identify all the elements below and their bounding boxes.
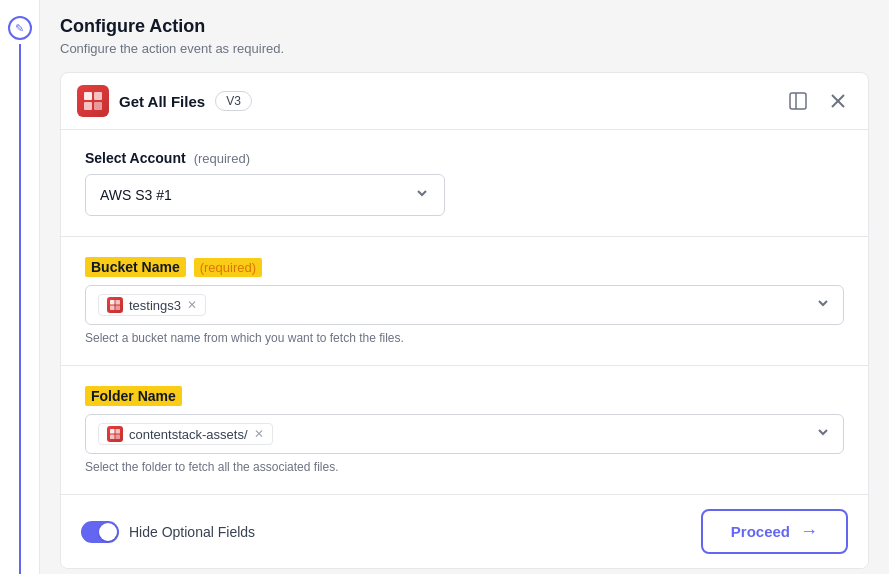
folder-tag: contentstack-assets/ ✕ bbox=[98, 423, 273, 445]
bucket-field-hint: Select a bucket name from which you want… bbox=[85, 331, 844, 345]
edit-icon: ✎ bbox=[15, 22, 24, 35]
sidebar: ✎ bbox=[0, 0, 40, 574]
account-required-text: (required) bbox=[194, 151, 250, 166]
svg-rect-10 bbox=[110, 306, 115, 311]
card-body: Select Account (required) AWS S3 #1 Buck… bbox=[61, 130, 868, 494]
bucket-label-text: Bucket Name bbox=[85, 257, 186, 277]
svg-rect-12 bbox=[110, 429, 115, 434]
svg-rect-11 bbox=[116, 306, 121, 311]
close-button[interactable] bbox=[824, 87, 852, 115]
bucket-required-text: (required) bbox=[194, 258, 262, 277]
toggle-knob bbox=[99, 523, 117, 541]
folder-section: Folder Name bbox=[61, 366, 868, 494]
bucket-tag-icon bbox=[107, 297, 123, 313]
main-content: Configure Action Configure the action ev… bbox=[40, 0, 889, 574]
app-name: Get All Files bbox=[119, 93, 205, 110]
svg-rect-8 bbox=[110, 300, 115, 305]
account-chevron-icon bbox=[414, 185, 430, 205]
account-section: Select Account (required) AWS S3 #1 bbox=[61, 130, 868, 237]
bucket-chevron-icon bbox=[815, 295, 831, 315]
folder-chevron-icon bbox=[815, 424, 831, 444]
hide-optional-toggle[interactable] bbox=[81, 521, 119, 543]
card-header-right bbox=[784, 87, 852, 115]
account-label-text: Select Account bbox=[85, 150, 186, 166]
svg-rect-3 bbox=[94, 102, 102, 110]
page-subtitle: Configure the action event as required. bbox=[60, 41, 869, 56]
svg-rect-2 bbox=[84, 102, 92, 110]
card-footer: Hide Optional Fields Proceed → bbox=[61, 494, 868, 568]
bucket-tag-close-button[interactable]: ✕ bbox=[187, 299, 197, 311]
toggle-group: Hide Optional Fields bbox=[81, 521, 255, 543]
svg-rect-14 bbox=[110, 435, 115, 440]
bucket-tags-container: testings3 ✕ bbox=[98, 294, 206, 316]
folder-field-hint: Select the folder to fetch all the assoc… bbox=[85, 460, 844, 474]
svg-rect-0 bbox=[84, 92, 92, 100]
svg-rect-4 bbox=[790, 93, 806, 109]
svg-rect-13 bbox=[116, 429, 121, 434]
proceed-arrow-icon: → bbox=[800, 521, 818, 542]
account-select[interactable]: AWS S3 #1 bbox=[85, 174, 445, 216]
svg-rect-15 bbox=[116, 435, 121, 440]
bucket-tag-value: testings3 bbox=[129, 298, 181, 313]
configure-action-card: Get All Files V3 bbox=[60, 72, 869, 569]
expand-button[interactable] bbox=[784, 87, 812, 115]
bucket-tag: testings3 ✕ bbox=[98, 294, 206, 316]
proceed-button[interactable]: Proceed → bbox=[701, 509, 848, 554]
proceed-label: Proceed bbox=[731, 523, 790, 540]
sidebar-step-indicator: ✎ bbox=[8, 16, 32, 40]
folder-tag-value: contentstack-assets/ bbox=[129, 427, 248, 442]
sidebar-line bbox=[19, 44, 21, 574]
account-selected-value: AWS S3 #1 bbox=[100, 187, 172, 203]
card-header: Get All Files V3 bbox=[61, 73, 868, 130]
bucket-tag-input[interactable]: testings3 ✕ bbox=[85, 285, 844, 325]
version-badge: V3 bbox=[215, 91, 252, 111]
folder-tag-close-button[interactable]: ✕ bbox=[254, 428, 264, 440]
bucket-section: Bucket Name (required) bbox=[61, 237, 868, 366]
app-icon bbox=[77, 85, 109, 117]
folder-field-label: Folder Name bbox=[85, 386, 844, 406]
page-title: Configure Action bbox=[60, 16, 869, 37]
account-field-label: Select Account (required) bbox=[85, 150, 844, 166]
svg-rect-1 bbox=[94, 92, 102, 100]
card-header-left: Get All Files V3 bbox=[77, 85, 252, 117]
toggle-label: Hide Optional Fields bbox=[129, 524, 255, 540]
bucket-field-label: Bucket Name (required) bbox=[85, 257, 844, 277]
folder-tag-input[interactable]: contentstack-assets/ ✕ bbox=[85, 414, 844, 454]
svg-rect-9 bbox=[116, 300, 121, 305]
folder-tag-icon bbox=[107, 426, 123, 442]
folder-tags-container: contentstack-assets/ ✕ bbox=[98, 423, 273, 445]
folder-label-text: Folder Name bbox=[85, 386, 182, 406]
